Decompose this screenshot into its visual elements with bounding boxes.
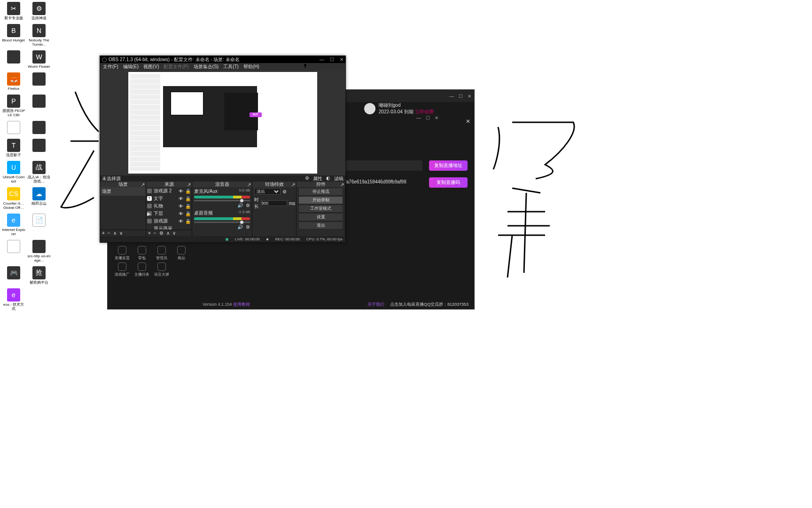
grid-item-voice[interactable]: 语音大屏 — [153, 262, 171, 277]
desktop-icon[interactable]: 📄 — [27, 214, 51, 236]
gear-icon[interactable]: ⚙ — [246, 224, 250, 230]
source-item[interactable]: 显示器采集👁🔒 — [146, 225, 192, 230]
close-icon[interactable]: ✕ — [466, 118, 470, 125]
volume-slider[interactable] — [194, 200, 250, 201]
lock-icon[interactable]: 🔒 — [185, 219, 191, 224]
gear-icon[interactable]: ⚙ — [246, 203, 250, 208]
gear-icon[interactable]: ⚙ — [159, 230, 164, 236]
obs-preview[interactable]: 购买 — [100, 70, 345, 175]
desktop-icon[interactable]: ✂剪卡专业版 — [2, 2, 25, 20]
desktop-icon[interactable] — [2, 121, 25, 135]
volume-slider[interactable] — [194, 222, 250, 223]
up-button[interactable]: ∧ — [166, 230, 170, 236]
scene-item[interactable]: 场景 — [100, 187, 146, 196]
lock-icon[interactable]: 🔒 — [185, 230, 191, 230]
popout-icon[interactable]: ↗ — [141, 182, 145, 187]
stream-url-field[interactable] — [343, 160, 422, 171]
maximize-button[interactable]: ☐ — [330, 57, 334, 62]
eye-icon[interactable]: 👁 — [179, 230, 183, 230]
exit-button[interactable]: 退出 — [298, 222, 343, 230]
desktop-icon[interactable]: P朋朋游 PEOPLE CBI — [2, 95, 25, 117]
desktop-icon[interactable]: eInternet Explorer — [2, 214, 25, 236]
copy-url-button[interactable]: 复制直播地址 — [429, 160, 468, 171]
lock-icon[interactable]: 🔒 — [185, 204, 191, 209]
desktop-icon[interactable]: 战战人IA：创业游戏… — [27, 161, 51, 183]
speaker-icon[interactable]: 🔊 — [237, 224, 243, 230]
minimize-button[interactable]: — — [449, 94, 454, 99]
down-button[interactable]: ∨ — [172, 230, 176, 236]
start-record-button[interactable]: 开始录制 — [298, 196, 343, 204]
tutorial-link[interactable]: 使用教程 — [233, 302, 250, 308]
lock-icon[interactable]: 🔒 — [185, 196, 191, 201]
desktop-icon[interactable]: ⚙选择神器 — [27, 2, 51, 20]
grid-item-bag[interactable]: 背包 — [133, 246, 151, 261]
desktop-icon[interactable]: ☁桂田云山 — [27, 187, 51, 210]
close-button[interactable]: ✕ — [468, 94, 471, 99]
desktop-icon[interactable] — [27, 139, 51, 157]
close-button[interactable]: ✕ — [435, 115, 438, 120]
up-button[interactable]: ∧ — [113, 230, 117, 236]
source-item[interactable]: 礼物👁🔒 — [146, 202, 192, 210]
menu-tools[interactable]: 工具(T) — [223, 64, 239, 70]
desktop-icon[interactable]: src-http on-image... — [27, 240, 51, 262]
studio-mode-button[interactable]: 工作室模式 — [298, 205, 343, 213]
desktop-icon[interactable]: T迅雷影子 — [2, 139, 25, 157]
source-item[interactable]: 游戏源👁🔒 — [146, 217, 192, 225]
menu-scene-collection[interactable]: 场景集合(S) — [194, 64, 219, 70]
obs-titlebar[interactable]: OBS 27.1.3 (64-bit, windows) - 配置文件: 未命名… — [100, 56, 345, 63]
duration-input[interactable] — [261, 200, 287, 206]
menu-file[interactable]: 文件(F) — [103, 64, 118, 70]
grid-item-promo[interactable]: 游戏推广 — [113, 262, 131, 277]
source-item[interactable]: 游戏源 2👁🔒 — [146, 187, 192, 195]
desktop-icon[interactable]: CSCounter-S… Global Off… — [2, 187, 25, 210]
desktop-icon[interactable]: BBlood Hunger — [2, 24, 25, 47]
renew-link[interactable]: 立即续费 — [415, 109, 434, 114]
copy-code-button[interactable]: 复制直播码 — [429, 177, 468, 188]
popout-icon[interactable]: ↗ — [340, 182, 344, 187]
maximize-button[interactable]: ☐ — [459, 94, 463, 99]
gear-icon[interactable]: ⚙ — [282, 189, 287, 194]
popout-icon[interactable]: ↗ — [187, 182, 191, 187]
add-button[interactable]: + — [148, 230, 151, 236]
source-item[interactable]: ▶下层👁🔒 — [146, 210, 192, 217]
menu-view[interactable]: 视图(V) — [143, 64, 159, 70]
popout-icon[interactable]: ↗ — [247, 182, 251, 187]
gear-icon[interactable]: ⚙ — [305, 175, 309, 182]
filter-icon[interactable]: ◐ — [326, 175, 330, 182]
desktop-icon[interactable] — [27, 121, 51, 135]
lock-icon[interactable]: 🔒 — [185, 211, 191, 216]
desktop-icon[interactable] — [27, 95, 51, 117]
eye-icon[interactable]: 👁 — [179, 196, 183, 201]
menu-edit[interactable]: 编辑(E) — [123, 64, 139, 70]
speaker-icon[interactable]: 🔊 — [237, 203, 243, 208]
lock-icon[interactable]: 🔒 — [185, 189, 191, 194]
maximize-button[interactable]: ☐ — [426, 115, 430, 120]
desktop-icon[interactable] — [2, 50, 25, 69]
grid-item-admin[interactable]: 管理员 — [153, 246, 171, 261]
add-button[interactable]: + — [102, 230, 105, 236]
desktop-icon[interactable]: 🦊Firefox — [2, 72, 25, 91]
grid-item-tasks[interactable]: 主播任务 — [133, 262, 151, 277]
popout-icon[interactable]: ↗ — [291, 182, 295, 187]
desktop-icon[interactable]: 抢被抢购平台 — [27, 266, 51, 285]
desktop-icon[interactable]: WWorm Flower — [27, 50, 51, 69]
desktop-icon[interactable] — [27, 72, 51, 91]
remove-button[interactable]: − — [154, 230, 156, 236]
eye-icon[interactable]: 👁 — [179, 219, 183, 224]
settings-button[interactable]: 设置 — [298, 213, 343, 221]
eye-icon[interactable]: 👁 — [179, 204, 183, 209]
minimize-button[interactable]: — — [416, 115, 421, 120]
eye-icon[interactable]: 👁 — [179, 211, 183, 216]
grid-item-settings[interactable]: 直播设置 — [113, 246, 131, 261]
menu-help[interactable]: 帮助(H) — [243, 64, 259, 70]
source-item[interactable]: T文字👁🔒 — [146, 195, 192, 202]
stop-stream-button[interactable]: 停止推流 — [298, 188, 343, 196]
remove-button[interactable]: − — [108, 230, 110, 236]
grid-item-goods[interactable]: 商品 — [172, 246, 190, 261]
down-button[interactable]: ∨ — [119, 230, 123, 236]
filters-button[interactable]: 滤镜 — [334, 175, 344, 182]
desktop-icon[interactable]: eeos - 技术方式 — [2, 288, 25, 311]
desktop-icon[interactable] — [2, 240, 25, 262]
desktop-icon[interactable]: UUbisoft Connect — [2, 161, 25, 183]
qq-group[interactable]: 点击加入电商直播QQ交流群：812037353 — [390, 302, 468, 308]
